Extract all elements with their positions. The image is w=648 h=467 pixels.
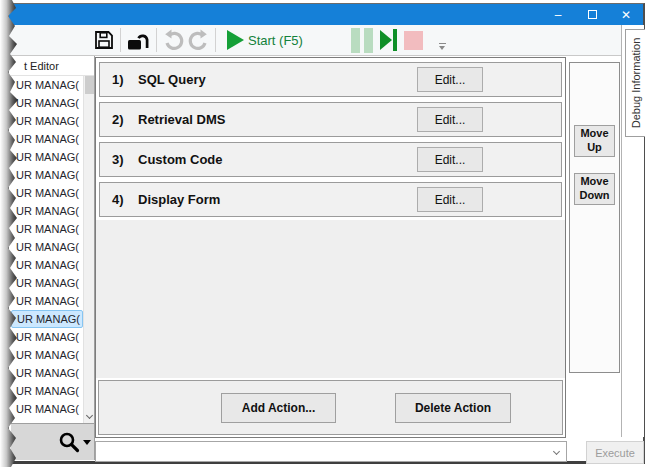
toolbar: Start (F5): [9, 25, 621, 56]
start-label: Start (F5): [248, 33, 303, 48]
action-number: 3): [112, 152, 138, 167]
save-icon[interactable]: [93, 29, 115, 51]
list-item[interactable]: UR MANAG(: [11, 148, 83, 166]
list-item[interactable]: UR MANAG(: [11, 202, 83, 220]
action-label: Display Form: [138, 192, 220, 207]
unlock-icon[interactable]: [126, 29, 151, 52]
list-item[interactable]: UR MANAG(: [11, 238, 83, 256]
bottom-action-bar: Add Action... Delete Action: [98, 380, 563, 435]
debug-tab-label: Debug Information: [630, 38, 642, 129]
titlebar: – ✕: [9, 4, 643, 25]
list-item[interactable]: UR MANAG(: [11, 220, 83, 238]
action-number: 4): [112, 192, 138, 207]
maximize-icon: [588, 10, 597, 19]
script-list-panel: t Editor UR MANAG( UR MANAG( UR MANAG( U…: [11, 56, 95, 460]
list-item[interactable]: UR MANAG(: [11, 364, 83, 382]
list-item[interactable]: UR MANAG(: [11, 382, 83, 400]
list-item[interactable]: UR MANAG(: [11, 166, 83, 184]
empty-area: [96, 220, 565, 378]
edit-button[interactable]: Edit...: [417, 67, 483, 92]
footer-combobox[interactable]: [95, 441, 567, 462]
reorder-panel: Move Up Move Down: [569, 62, 620, 373]
add-action-button[interactable]: Add Action...: [221, 393, 336, 423]
toolbar-overflow-button[interactable]: [439, 43, 446, 50]
delete-action-button[interactable]: Delete Action: [395, 393, 511, 423]
step-forward-icon[interactable]: [380, 29, 397, 51]
list-item[interactable]: UR MANAG(: [11, 130, 83, 148]
action-label: Custom Code: [138, 152, 223, 167]
execute-button[interactable]: Execute: [586, 441, 644, 464]
edit-button[interactable]: Edit...: [417, 107, 483, 132]
debug-strip: Debug Information: [621, 25, 644, 437]
action-row-sql-query[interactable]: 1) SQL Query Edit...: [99, 62, 562, 97]
play-icon: [227, 30, 244, 50]
scrollbar-thumb[interactable]: [85, 76, 94, 94]
move-up-button[interactable]: Move Up: [574, 125, 615, 157]
script-list[interactable]: UR MANAG( UR MANAG( UR MANAG( UR MANAG( …: [11, 76, 94, 423]
edit-button[interactable]: Edit...: [417, 187, 483, 212]
list-item[interactable]: UR MANAG(: [11, 292, 83, 310]
list-item[interactable]: UR MANAG(: [11, 274, 83, 292]
maximize-button[interactable]: [575, 4, 609, 25]
edit-button[interactable]: Edit...: [417, 147, 483, 172]
action-list-panel: 1) SQL Query Edit... 2) Retrieval DMS Ed…: [95, 57, 566, 438]
action-label: Retrieval DMS: [138, 112, 225, 127]
minimize-button[interactable]: –: [541, 4, 575, 25]
list-item[interactable]: UR MANAG(: [11, 76, 83, 94]
list-item[interactable]: UR MANAG(: [11, 328, 83, 346]
move-down-button[interactable]: Move Down: [574, 173, 615, 205]
action-rows: 1) SQL Query Edit... 2) Retrieval DMS Ed…: [96, 58, 565, 217]
action-number: 2): [112, 112, 138, 127]
chevron-down-icon: [553, 448, 560, 455]
action-row-display-form[interactable]: 4) Display Form Edit...: [99, 182, 562, 217]
list-search-bar[interactable]: [11, 423, 94, 460]
list-column-header[interactable]: t Editor: [11, 56, 94, 76]
toolbar-separator: [215, 28, 216, 52]
list-item[interactable]: UR MANAG(: [11, 418, 83, 423]
list-item[interactable]: UR MANAG(: [11, 346, 83, 364]
search-dropdown-icon[interactable]: [83, 440, 91, 445]
list-scrollbar[interactable]: [83, 76, 94, 423]
list-item[interactable]: UR MANAG(: [11, 256, 83, 274]
list-item[interactable]: UR MANAG(: [11, 94, 83, 112]
list-item[interactable]: UR MANAG(: [11, 400, 83, 418]
stop-icon: [404, 31, 423, 50]
list-item[interactable]: UR MANAG(: [11, 184, 83, 202]
pause-icon: [351, 28, 373, 53]
list-item[interactable]: UR MANAG(: [11, 112, 83, 130]
action-label: SQL Query: [138, 72, 206, 87]
list-item-selected[interactable]: UR MANAG(: [11, 310, 83, 328]
overflow-chevron-icon: [439, 46, 445, 50]
tab-debug-information[interactable]: Debug Information: [625, 29, 645, 137]
search-icon[interactable]: [58, 431, 81, 454]
start-button[interactable]: Start (F5): [221, 30, 309, 50]
app-window: – ✕: [8, 3, 645, 464]
toolbar-separator: [156, 28, 157, 52]
undo-icon: [162, 28, 186, 52]
action-number: 1): [112, 72, 138, 87]
redo-icon: [186, 28, 210, 52]
action-row-custom-code[interactable]: 3) Custom Code Edit...: [99, 142, 562, 177]
action-row-retrieval-dms[interactable]: 2) Retrieval DMS Edit...: [99, 102, 562, 137]
toolbar-separator: [120, 28, 121, 52]
scroll-down-icon[interactable]: [84, 409, 94, 423]
close-button[interactable]: ✕: [609, 4, 643, 25]
